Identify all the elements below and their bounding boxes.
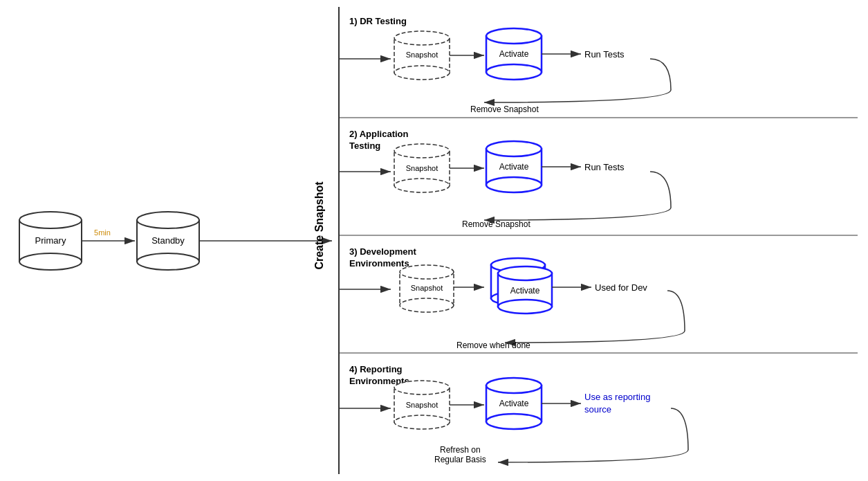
section4-action-label2: source bbox=[584, 404, 611, 415]
svg-point-20 bbox=[486, 28, 542, 44]
svg-point-46 bbox=[394, 381, 450, 394]
section3-title: 3) Development bbox=[349, 246, 416, 257]
section4-snapshot-label: Snapshot bbox=[406, 401, 438, 409]
section4-action-label: Use as reporting bbox=[584, 392, 650, 402]
section2-snapshot-label: Snapshot bbox=[406, 164, 438, 172]
svg-point-35 bbox=[400, 298, 454, 312]
svg-point-41 bbox=[498, 266, 552, 280]
section3-snapshot-label: Snapshot bbox=[411, 284, 443, 292]
svg-point-30 bbox=[486, 177, 542, 192]
section2-remove-label: Remove Snapshot bbox=[462, 219, 530, 229]
svg-point-50 bbox=[486, 378, 542, 393]
section3-action-label: Used for Dev bbox=[595, 282, 647, 293]
standby-label: Standby bbox=[151, 235, 185, 246]
section2-action-label: Run Tests bbox=[584, 162, 625, 172]
section1-action-label: Run Tests bbox=[584, 49, 625, 60]
svg-point-34 bbox=[400, 265, 454, 279]
diagram: Primary 5min Standby 1) DR Testing Snaps… bbox=[0, 0, 868, 481]
section3-remove-label: Remove when done bbox=[456, 341, 530, 350]
main-diagram-svg: Primary 5min Standby 1) DR Testing Snaps… bbox=[0, 0, 868, 481]
section4-activate-label: Activate bbox=[499, 399, 529, 408]
interval-label: 5min bbox=[94, 228, 111, 237]
section1-title: 1) DR Testing bbox=[349, 16, 407, 26]
svg-point-7 bbox=[137, 212, 199, 228]
primary-label: Primary bbox=[35, 235, 66, 246]
section1-remove-label: Remove Snapshot bbox=[470, 105, 539, 114]
section4-remove-label: Refresh on bbox=[440, 445, 481, 455]
section2-activate-label: Activate bbox=[499, 162, 529, 172]
section4-remove-label2: Regular Basis bbox=[434, 455, 486, 464]
section3-activate-label: Activate bbox=[510, 286, 540, 296]
svg-point-3 bbox=[19, 212, 82, 228]
section4-title: 4) Reporting bbox=[349, 364, 403, 374]
svg-point-4 bbox=[19, 253, 82, 270]
svg-point-21 bbox=[486, 64, 542, 80]
svg-point-25 bbox=[394, 144, 450, 158]
svg-point-42 bbox=[498, 300, 552, 314]
svg-point-47 bbox=[394, 415, 450, 429]
section2-title: 2) Application bbox=[349, 129, 409, 139]
svg-point-17 bbox=[394, 66, 450, 80]
svg-point-51 bbox=[486, 414, 542, 429]
section1-snapshot-label: Snapshot bbox=[406, 51, 438, 59]
section3-title2: Environments bbox=[349, 258, 409, 269]
svg-point-26 bbox=[394, 179, 450, 192]
svg-point-16 bbox=[394, 31, 450, 45]
svg-point-8 bbox=[137, 253, 199, 270]
svg-point-29 bbox=[486, 141, 542, 156]
section1-activate-label: Activate bbox=[499, 49, 529, 59]
create-snapshot-label: Create Snapshot bbox=[313, 181, 325, 270]
section2-title2: Testing bbox=[349, 140, 380, 151]
